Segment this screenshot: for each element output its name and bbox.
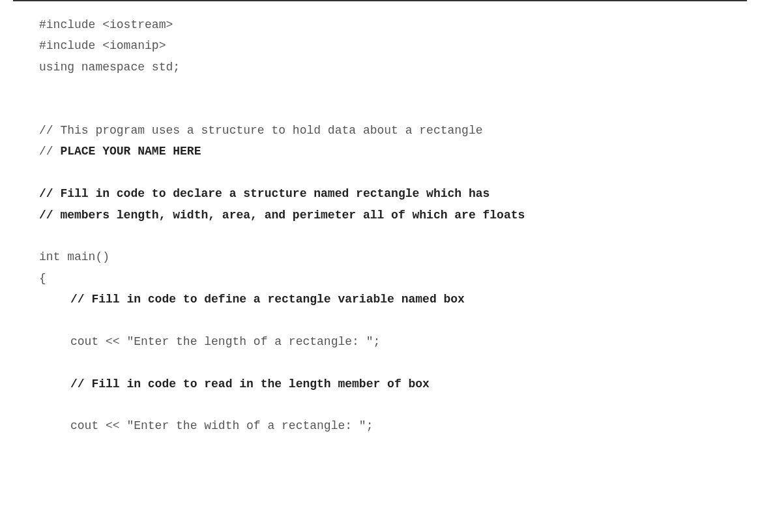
code-container: #include <iostream> #include <iomanip> u…: [13, 0, 747, 437]
blank-line: [39, 78, 721, 98]
code-line-fill-read-length: // Fill in code to read in the length me…: [39, 374, 721, 394]
code-line-include-iomanip: #include <iomanip>: [39, 35, 721, 56]
code-line-cout-width: cout << "Enter the width of a rectangle:…: [39, 415, 721, 436]
code-line-fill-declare-struct: // Fill in code to declare a structure n…: [39, 183, 721, 204]
blank-line: [39, 162, 721, 183]
blank-line: [39, 394, 721, 415]
code-line-cout-length: cout << "Enter the length of a rectangle…: [39, 331, 721, 352]
code-line-open-brace: {: [39, 268, 721, 289]
code-line-using-namespace: using namespace std;: [39, 57, 721, 78]
comment-prefix: //: [39, 145, 60, 158]
code-line-comment-program: // This program uses a structure to hold…: [39, 120, 721, 141]
blank-line: [39, 310, 721, 331]
blank-line: [39, 352, 721, 373]
code-line-include-iostream: #include <iostream>: [39, 14, 721, 35]
place-name-bold: PLACE YOUR NAME HERE: [60, 145, 201, 158]
blank-line: [39, 99, 721, 120]
code-line-int-main: int main(): [39, 246, 721, 267]
code-line-fill-members: // members length, width, area, and peri…: [39, 205, 721, 226]
blank-line: [39, 226, 721, 246]
code-line-fill-define-box: // Fill in code to define a rectangle va…: [39, 289, 721, 310]
code-line-place-name: // PLACE YOUR NAME HERE: [39, 141, 721, 162]
